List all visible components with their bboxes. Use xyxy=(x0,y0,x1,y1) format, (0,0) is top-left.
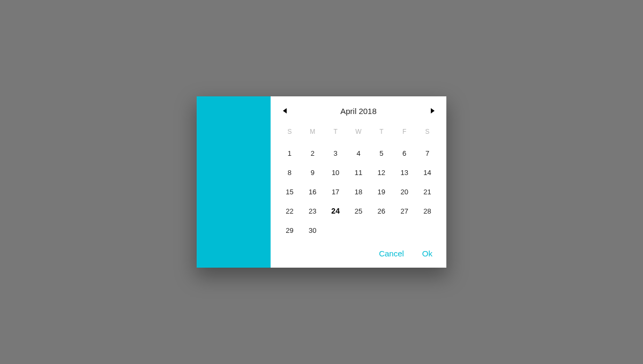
day-of-week-label: S xyxy=(416,125,439,138)
day-cell[interactable]: 15 xyxy=(278,182,301,201)
chevron-left-icon xyxy=(283,108,287,113)
calendar-header: April 2018 xyxy=(278,102,439,120)
day-cell[interactable]: 13 xyxy=(393,163,416,182)
day-cell[interactable]: 28 xyxy=(416,201,439,221)
day-cell[interactable]: 22 xyxy=(278,201,301,221)
days-grid: 1234567891011121314151617181920212223242… xyxy=(278,143,439,240)
day-cell[interactable]: 23 xyxy=(301,201,324,221)
day-cell[interactable]: 2 xyxy=(301,143,324,163)
date-picker: April 2018 SMTWTFS 123456789101112131415… xyxy=(197,96,446,268)
day-cell[interactable]: 12 xyxy=(370,163,393,182)
day-today[interactable]: 24 xyxy=(324,201,347,221)
action-row: Cancel Ok xyxy=(278,246,439,263)
day-cell[interactable]: 6 xyxy=(393,143,416,163)
day-cell[interactable]: 7 xyxy=(416,143,439,163)
day-cell[interactable]: 27 xyxy=(393,201,416,221)
day-of-week-label: M xyxy=(301,125,324,138)
day-cell[interactable]: 21 xyxy=(416,182,439,201)
day-of-week-row: SMTWTFS xyxy=(278,125,439,138)
day-cell[interactable]: 8 xyxy=(278,163,301,182)
day-cell[interactable]: 29 xyxy=(278,221,301,240)
day-of-week-label: S xyxy=(278,125,301,138)
day-cell[interactable]: 10 xyxy=(324,163,347,182)
day-cell[interactable]: 19 xyxy=(370,182,393,201)
ok-button[interactable]: Ok xyxy=(420,246,435,261)
day-cell[interactable]: 30 xyxy=(301,221,324,240)
day-cell[interactable]: 4 xyxy=(347,143,370,163)
day-cell[interactable]: 11 xyxy=(347,163,370,182)
day-cell[interactable]: 3 xyxy=(324,143,347,163)
day-cell[interactable]: 16 xyxy=(301,182,324,201)
day-of-week-label: T xyxy=(324,125,347,138)
day-cell[interactable]: 1 xyxy=(278,143,301,163)
date-picker-sidebar xyxy=(197,96,271,268)
day-cell[interactable]: 18 xyxy=(347,182,370,201)
prev-month-button[interactable] xyxy=(278,104,291,117)
day-of-week-label: W xyxy=(347,125,370,138)
next-month-button[interactable] xyxy=(426,104,439,117)
calendar-title[interactable]: April 2018 xyxy=(291,107,426,116)
day-cell[interactable]: 14 xyxy=(416,163,439,182)
day-cell[interactable]: 17 xyxy=(324,182,347,201)
day-of-week-label: F xyxy=(393,125,416,138)
cancel-button[interactable]: Cancel xyxy=(377,246,406,261)
day-cell[interactable]: 26 xyxy=(370,201,393,221)
day-of-week-label: T xyxy=(370,125,393,138)
day-cell[interactable]: 9 xyxy=(301,163,324,182)
day-cell[interactable]: 5 xyxy=(370,143,393,163)
day-cell[interactable]: 25 xyxy=(347,201,370,221)
day-cell[interactable]: 20 xyxy=(393,182,416,201)
chevron-right-icon xyxy=(431,108,435,113)
date-picker-main: April 2018 SMTWTFS 123456789101112131415… xyxy=(271,96,446,268)
